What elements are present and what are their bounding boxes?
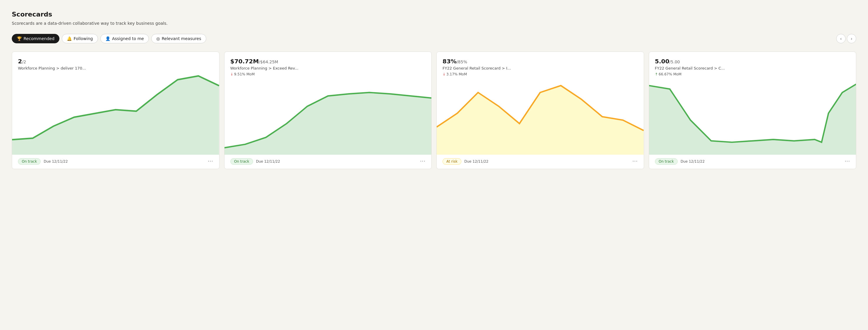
card-more-button-2[interactable]: ··· bbox=[420, 159, 426, 164]
card-due-1: Due 12/11/22 bbox=[43, 159, 68, 164]
chart-area-4 bbox=[649, 79, 856, 155]
card-value-row-4: 5.00/5.00 bbox=[655, 58, 850, 65]
tab-following-label: Following bbox=[73, 36, 93, 41]
nav-prev-button[interactable]: ‹ bbox=[836, 34, 846, 43]
circle-icon: ◎ bbox=[156, 36, 160, 41]
svg-marker-1 bbox=[224, 92, 432, 155]
tab-assigned-label: Assigned to me bbox=[112, 36, 144, 41]
tabs-row: 🏆 Recommended 🔔 Following 👤 Assigned to … bbox=[12, 34, 856, 43]
card-mom-2: ↓ 9.51% MoM bbox=[230, 72, 426, 76]
card-value-main-2: $70.72M bbox=[230, 58, 259, 65]
tab-recommended[interactable]: 🏆 Recommended bbox=[12, 34, 59, 43]
card-value-main-1: 2 bbox=[18, 58, 22, 65]
status-badge-1: On track bbox=[18, 158, 41, 165]
mom-arrow-up-4: ↑ bbox=[655, 72, 658, 76]
mom-arrow-down-2: ↓ bbox=[230, 72, 233, 76]
card-title-2: Workforce Planning > Exceed Rev... bbox=[230, 66, 426, 71]
status-badge-3: At risk bbox=[442, 158, 461, 165]
page-title: Scorecards bbox=[12, 10, 856, 18]
person-icon: 👤 bbox=[105, 36, 110, 41]
page-subtitle: Scorecards are a data-driven collaborati… bbox=[12, 21, 856, 26]
chart-area-1 bbox=[12, 72, 219, 155]
card-value-target-4: /5.00 bbox=[670, 59, 680, 64]
card-more-button-1[interactable]: ··· bbox=[208, 159, 213, 164]
tab-relevant[interactable]: ◎ Relevant measures bbox=[151, 34, 206, 43]
card-value-target-2: /$64.25M bbox=[259, 59, 278, 64]
tab-recommended-label: Recommended bbox=[24, 36, 55, 41]
mom-value-4: 66.67% MoM bbox=[659, 72, 682, 76]
mom-value-2: 9.51% MoM bbox=[234, 72, 255, 76]
card-title-4: FY22 General Retail Scorecard > C... bbox=[655, 66, 850, 71]
cards-row: 2/2 Workforce Planning > deliver 170... … bbox=[12, 52, 856, 169]
scorecard-3: 83%/85% FY22 General Retail Scorecard > … bbox=[436, 52, 644, 169]
card-footer-1: On track Due 12/11/22 ··· bbox=[18, 155, 213, 169]
scorecard-1: 2/2 Workforce Planning > deliver 170... … bbox=[12, 52, 219, 169]
scorecard-4: 5.00/5.00 FY22 General Retail Scorecard … bbox=[649, 52, 857, 169]
svg-marker-2 bbox=[437, 85, 644, 155]
card-footer-2: On track Due 12/11/22 ··· bbox=[230, 155, 426, 169]
card-value-target-3: /85% bbox=[457, 59, 467, 64]
card-mom-3: ↓ 3.17% MoM bbox=[442, 72, 638, 76]
card-footer-3: At risk Due 12/11/22 ··· bbox=[442, 155, 638, 169]
scorecard-2: $70.72M/$64.25M Workforce Planning > Exc… bbox=[224, 52, 432, 169]
tab-assigned[interactable]: 👤 Assigned to me bbox=[100, 34, 149, 43]
mom-value-3: 3.17% MoM bbox=[446, 72, 467, 76]
nav-arrows: ‹ › bbox=[836, 34, 856, 43]
card-value-row-1: 2/2 bbox=[18, 58, 213, 65]
status-badge-4: On track bbox=[655, 158, 678, 165]
chart-area-2 bbox=[224, 79, 432, 155]
chart-area-3 bbox=[437, 79, 644, 155]
card-due-4: Due 12/11/22 bbox=[681, 159, 705, 164]
card-value-row-2: $70.72M/$64.25M bbox=[230, 58, 426, 65]
card-title-1: Workforce Planning > deliver 170... bbox=[18, 66, 213, 71]
card-value-main-4: 5.00 bbox=[655, 58, 670, 65]
card-title-3: FY22 General Retail Scorecard > I... bbox=[442, 66, 638, 71]
tab-following[interactable]: 🔔 Following bbox=[62, 34, 98, 43]
card-value-row-3: 83%/85% bbox=[442, 58, 638, 65]
card-due-3: Due 12/11/22 bbox=[464, 159, 489, 164]
bell-icon: 🔔 bbox=[67, 36, 72, 41]
card-due-2: Due 12/11/22 bbox=[256, 159, 280, 164]
card-value-target-1: /2 bbox=[22, 59, 26, 64]
card-more-button-3[interactable]: ··· bbox=[632, 159, 638, 164]
tab-relevant-label: Relevant measures bbox=[161, 36, 201, 41]
mom-arrow-down-3: ↓ bbox=[442, 72, 445, 76]
status-badge-2: On track bbox=[230, 158, 253, 165]
nav-next-button[interactable]: › bbox=[847, 34, 856, 43]
card-mom-4: ↑ 66.67% MoM bbox=[655, 72, 850, 76]
svg-marker-0 bbox=[12, 76, 219, 155]
card-footer-4: On track Due 12/11/22 ··· bbox=[655, 155, 850, 169]
svg-marker-3 bbox=[649, 84, 856, 155]
trophy-icon: 🏆 bbox=[17, 36, 22, 41]
card-value-main-3: 83% bbox=[442, 58, 457, 65]
card-more-button-4[interactable]: ··· bbox=[845, 159, 850, 164]
